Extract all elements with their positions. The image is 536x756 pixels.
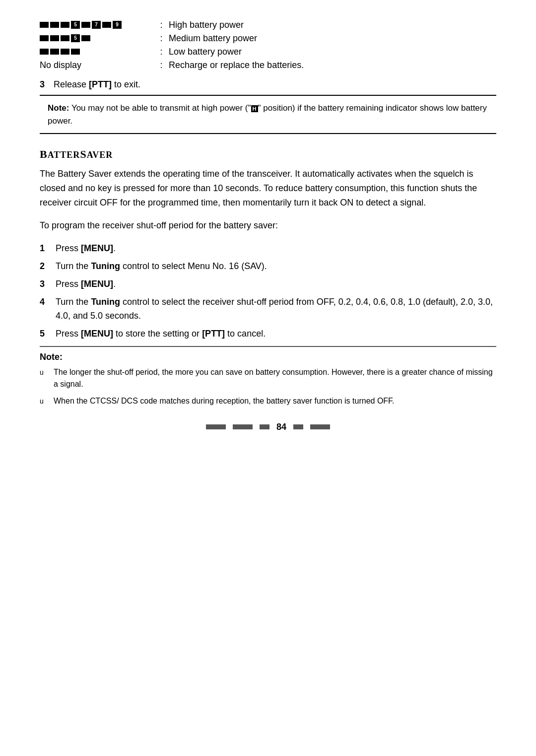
note-bottom-title: Note: xyxy=(40,352,496,362)
battery-row-low: : Low battery power xyxy=(40,47,496,57)
battery-colon-low: : xyxy=(154,47,169,57)
numbered-steps: 1 Press [MENU]. 2 Turn the Tuning contro… xyxy=(40,242,496,341)
note-bullet-2: u When the CTCSS/ DCS code matches durin… xyxy=(40,395,496,407)
note-box-label: Note: xyxy=(48,103,69,113)
step-4-number: 4 xyxy=(40,297,56,307)
bullet-txt-2: When the CTCSS/ DCS code matches during … xyxy=(54,395,496,407)
seg5 xyxy=(102,22,111,28)
footer: 84 xyxy=(40,422,496,432)
note-box-text: Note: You may not be able to transmit at… xyxy=(48,102,488,127)
step-1-text: Press [MENU]. xyxy=(56,242,496,256)
step-2: 2 Turn the Tuning control to select Menu… xyxy=(40,260,496,274)
step-5-bold-ptt: [PTT] xyxy=(202,329,225,339)
med-seg1 xyxy=(40,35,49,41)
battery-icon-medium: 5 xyxy=(40,33,154,44)
low-seg4 xyxy=(71,49,80,55)
seg3 xyxy=(61,22,69,28)
step-5-number: 5 xyxy=(40,329,56,339)
seg-num9: 9 xyxy=(113,21,122,29)
footer-seg-1 xyxy=(206,424,226,429)
footer-seg-4 xyxy=(293,424,303,429)
battery-colon-high: : xyxy=(154,20,169,30)
battery-icon-low xyxy=(40,47,154,57)
med-seg2 xyxy=(50,35,59,41)
med-seg4 xyxy=(81,35,90,41)
step-3-number: 3 xyxy=(40,79,54,90)
battery-row-high: 5 7 9 : High battery power xyxy=(40,20,496,30)
battery-label-none: Recharge or replace the batteries. xyxy=(169,60,496,70)
battery-label-medium: Medium battery power xyxy=(169,33,496,44)
med-seg-num5: 5 xyxy=(71,34,80,42)
seg4 xyxy=(81,22,90,28)
note-box: Note: You may not be able to transmit at… xyxy=(40,95,496,134)
med-seg3 xyxy=(61,35,69,41)
battery-row-medium: 5 : Medium battery power xyxy=(40,33,496,44)
heading-small-atter: ATTER xyxy=(48,150,80,160)
step-2-text: Turn the Tuning control to select Menu N… xyxy=(56,260,496,274)
step-3-bold: [MENU] xyxy=(81,279,113,289)
battery-label-low: Low battery power xyxy=(169,47,496,57)
step-4-text: Turn the Tuning control to select the re… xyxy=(56,295,496,323)
bullet-char-2: u xyxy=(40,396,54,407)
seg-num5a: 5 xyxy=(71,21,80,29)
ptt-bold: [PTT] xyxy=(89,79,112,89)
battery-colon-none: : xyxy=(154,60,169,70)
step-1-number: 1 xyxy=(40,243,56,254)
footer-seg-5 xyxy=(310,424,330,429)
step-3: 3 Press [MENU]. xyxy=(40,277,496,291)
seg-num7: 7 xyxy=(92,21,101,29)
step-5-bold-menu: [MENU] xyxy=(81,329,113,339)
section-heading-battery-saver: BATTERSAVER xyxy=(40,148,496,161)
note-bullet-1: u The longer the shut-off period, the mo… xyxy=(40,366,496,390)
step-3-release: 3 Release [PTT] to exit. xyxy=(40,79,496,90)
step-3-txt: Press [MENU]. xyxy=(56,277,496,291)
footer-seg-3 xyxy=(260,424,269,429)
footer-page-number: 84 xyxy=(276,422,286,432)
step-3-num: 3 xyxy=(40,279,56,289)
step-2-number: 2 xyxy=(40,261,56,272)
seg2 xyxy=(50,22,59,28)
h-icon: H xyxy=(251,105,258,112)
footer-seg-2 xyxy=(233,424,253,429)
battery-label-high: High battery power xyxy=(169,20,496,30)
note-bottom: Note: u The longer the shut-off period, … xyxy=(40,346,496,407)
body-para-1: The Battery Saver extends the operating … xyxy=(40,167,496,209)
step-1-bold: [MENU] xyxy=(81,243,113,253)
step-5: 5 Press [MENU] to store the setting or [… xyxy=(40,327,496,341)
low-seg3 xyxy=(61,49,69,55)
step-1: 1 Press [MENU]. xyxy=(40,242,496,256)
battery-icon-high: 5 7 9 xyxy=(40,20,154,30)
step-4: 4 Turn the Tuning control to select the … xyxy=(40,295,496,323)
low-seg1 xyxy=(40,49,49,55)
body-para-2: To program the receiver shut-off period … xyxy=(40,218,496,233)
heading-text: BATTERSAVER xyxy=(40,148,113,160)
step-4-bold: Tuning xyxy=(91,297,120,307)
battery-row-none: No display : Recharge or replace the bat… xyxy=(40,60,496,70)
seg1 xyxy=(40,22,49,28)
bullet-txt-1: The longer the shut-off period, the more… xyxy=(54,366,496,390)
battery-colon-medium: : xyxy=(154,33,169,44)
battery-table: 5 7 9 : High battery power 5 : Medium ba… xyxy=(40,20,496,70)
bullet-char-1: u xyxy=(40,367,54,378)
heading-small-aver: AVER xyxy=(87,150,113,160)
low-seg2 xyxy=(50,49,59,55)
step-3-text: Release [PTT] to exit. xyxy=(54,79,140,90)
battery-no-display-label: No display xyxy=(40,60,154,70)
step-5-text: Press [MENU] to store the setting or [PT… xyxy=(56,327,496,341)
step-2-bold: Tuning xyxy=(91,261,120,271)
note-box-body: You may not be able to transmit at high … xyxy=(48,103,487,126)
